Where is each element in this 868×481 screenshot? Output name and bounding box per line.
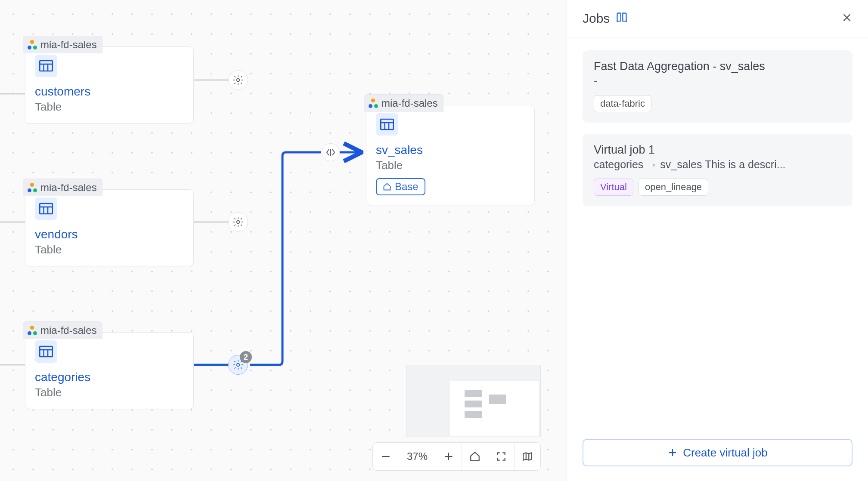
table-icon <box>35 197 57 220</box>
gear-count-badge: 2 <box>240 351 252 363</box>
table-icon <box>35 55 57 77</box>
home-button[interactable] <box>462 443 488 470</box>
node-title: sv_sales <box>376 143 525 157</box>
job-badge-virtual: Virtual <box>594 179 633 196</box>
node-source-label: mia-fd-sales <box>40 182 97 194</box>
source-icon <box>28 326 37 335</box>
job-badges: Virtual open_lineage <box>594 179 841 196</box>
fullscreen-button[interactable] <box>488 443 514 470</box>
svg-point-21 <box>237 79 240 82</box>
source-icon <box>28 183 37 192</box>
create-virtual-job-button[interactable]: Create virtual job <box>583 439 852 466</box>
node-source-label: mia-fd-sales <box>40 39 97 51</box>
job-desc: categories → sv_sales This is a descri..… <box>594 158 841 171</box>
create-virtual-job-label: Create virtual job <box>683 446 768 459</box>
node-title: customers <box>35 85 184 99</box>
docs-icon[interactable] <box>616 12 628 25</box>
node-subtitle: Table <box>35 386 184 399</box>
canvas-controls: 37% <box>372 442 541 471</box>
jobs-panel: Jobs Fast Data Aggregation - sv_sales - … <box>567 0 868 481</box>
edge-collapse-button[interactable] <box>322 143 340 161</box>
minimap[interactable] <box>406 365 541 437</box>
node-subtitle: Table <box>35 100 184 114</box>
base-badge: Base <box>376 178 425 195</box>
table-icon <box>35 340 57 363</box>
svg-rect-17 <box>381 119 393 130</box>
zoom-out-button[interactable] <box>373 443 399 470</box>
svg-point-23 <box>237 364 240 367</box>
node-source-label: mia-fd-sales <box>381 97 438 109</box>
panel-title: Jobs <box>583 11 610 26</box>
job-badge: data-fabric <box>594 95 651 112</box>
job-card[interactable]: Fast Data Aggregation - sv_sales - data-… <box>583 50 852 123</box>
job-badges: data-fabric <box>594 95 841 112</box>
svg-rect-13 <box>40 346 52 357</box>
jobs-panel-header: Jobs <box>567 0 868 37</box>
job-title: Fast Data Aggregation - sv_sales <box>594 60 841 73</box>
job-badge: open_lineage <box>639 179 708 196</box>
svg-point-22 <box>237 221 240 224</box>
job-desc: - <box>594 75 841 87</box>
source-icon <box>369 99 378 108</box>
node-source-tag: mia-fd-sales <box>23 36 102 53</box>
svg-rect-9 <box>40 204 52 214</box>
source-icon <box>28 40 37 49</box>
node-subtitle: Table <box>35 243 184 256</box>
node-categories[interactable]: mia-fd-sales categories Table <box>25 332 194 409</box>
zoom-level: 37% <box>399 450 436 462</box>
job-card[interactable]: Virtual job 1 categories → sv_sales This… <box>583 134 852 206</box>
base-badge-label: Base <box>395 181 418 193</box>
node-title: vendors <box>35 228 184 241</box>
node-source-label: mia-fd-sales <box>40 324 97 336</box>
job-title: Virtual job 1 <box>594 143 841 157</box>
node-subtitle: Table <box>376 159 525 172</box>
node-sv-sales[interactable]: mia-fd-sales sv_sales Table Base <box>366 105 535 205</box>
node-source-tag: mia-fd-sales <box>364 94 443 112</box>
node-customers[interactable]: mia-fd-sales customers Table <box>25 46 194 123</box>
minimap-viewport <box>450 381 539 436</box>
node-title: categories <box>35 370 184 384</box>
svg-rect-5 <box>40 61 52 71</box>
edge-gear-categories[interactable]: 2 <box>228 355 248 375</box>
lineage-canvas[interactable]: mia-fd-sales customers Table mia-fd-sale… <box>0 0 567 481</box>
map-button[interactable] <box>515 443 540 470</box>
jobs-list: Fast Data Aggregation - sv_sales - data-… <box>567 37 868 429</box>
zoom-in-button[interactable] <box>436 443 462 470</box>
node-source-tag: mia-fd-sales <box>23 179 102 196</box>
node-vendors[interactable]: mia-fd-sales vendors Table <box>25 189 194 266</box>
edge-gear-customers[interactable] <box>228 70 248 90</box>
node-source-tag: mia-fd-sales <box>23 321 102 339</box>
close-icon[interactable] <box>841 12 852 25</box>
table-icon <box>376 113 398 136</box>
edge-gear-vendors[interactable] <box>228 212 248 232</box>
